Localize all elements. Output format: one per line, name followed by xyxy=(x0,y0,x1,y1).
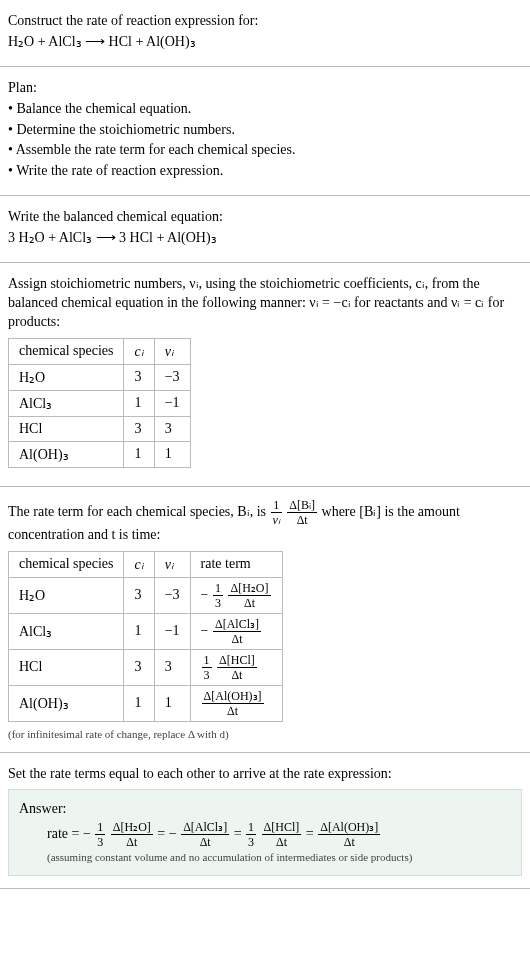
frac-num: Δ[H₂O] xyxy=(111,821,153,835)
equals-sign: = xyxy=(234,826,245,841)
delta-frac: Δ[Al(OH)₃]Δt xyxy=(318,821,380,848)
cell-nu: 1 xyxy=(154,441,190,467)
prompt-section: Construct the rate of reaction expressio… xyxy=(0,0,530,67)
frac-num: Δ[H₂O] xyxy=(228,582,270,596)
cell-c: 3 xyxy=(124,364,154,390)
cell-rate: − Δ[AlCl₃]Δt xyxy=(190,613,282,649)
frac-den: 3 xyxy=(246,835,256,848)
col-rate: rate term xyxy=(190,551,282,577)
table-row: H₂O 3 −3 − 13 Δ[H₂O]Δt xyxy=(9,577,283,613)
frac-num: Δ[Al(OH)₃] xyxy=(318,821,380,835)
minus-sign: − xyxy=(201,622,209,637)
frac-num: Δ[Al(OH)₃] xyxy=(202,690,264,704)
col-species: chemical species xyxy=(9,338,124,364)
frac-den: Δt xyxy=(202,704,264,717)
rate-expression: rate = − 13 Δ[H₂O]Δt = − Δ[AlCl₃]Δt = 13… xyxy=(47,821,511,848)
delta-frac: Δ[HCl]Δt xyxy=(217,654,257,681)
balanced-equation: 3 H₂O + AlCl₃ ⟶ 3 HCl + Al(OH)₃ xyxy=(8,229,522,248)
coeff-frac: 13 xyxy=(213,582,223,609)
cell-c: 1 xyxy=(124,613,154,649)
minus-sign: − xyxy=(169,826,177,841)
frac-den: Δt xyxy=(181,835,229,848)
answer-label: Answer: xyxy=(19,800,511,819)
cell-species: H₂O xyxy=(9,577,124,613)
minus-sign: − xyxy=(201,586,209,601)
rateterm-outer-frac: 1 νᵢ xyxy=(271,499,282,526)
frac-den: Δt xyxy=(213,632,261,645)
rateterm-note: (for infinitesimal rate of change, repla… xyxy=(8,728,522,740)
cell-nu: 3 xyxy=(154,649,190,685)
plan-bullet-2: • Determine the stoichiometric numbers. xyxy=(8,121,522,140)
frac-den: νᵢ xyxy=(271,513,282,526)
cell-rate: − 13 Δ[H₂O]Δt xyxy=(190,577,282,613)
plan-section: Plan: • Balance the chemical equation. •… xyxy=(0,67,530,196)
frac-den: Δt xyxy=(217,668,257,681)
cell-rate: Δ[Al(OH)₃]Δt xyxy=(190,685,282,721)
frac-num: Δ[AlCl₃] xyxy=(213,618,261,632)
answer-box: Answer: rate = − 13 Δ[H₂O]Δt = − Δ[AlCl₃… xyxy=(8,789,522,876)
frac-num: Δ[AlCl₃] xyxy=(181,821,229,835)
frac-den: Δt xyxy=(228,596,270,609)
cell-species: Al(OH)₃ xyxy=(9,685,124,721)
cell-species: HCl xyxy=(9,649,124,685)
col-species: chemical species xyxy=(9,551,124,577)
stoich-intro: Assign stoichiometric numbers, νᵢ, using… xyxy=(8,275,522,332)
frac-num: Δ[HCl] xyxy=(217,654,257,668)
coeff-frac: 13 xyxy=(95,821,105,848)
cell-c: 3 xyxy=(124,649,154,685)
frac-num: 1 xyxy=(95,821,105,835)
col-c: cᵢ xyxy=(124,551,154,577)
delta-frac: Δ[HCl]Δt xyxy=(262,821,302,848)
plan-bullet-3: • Assemble the rate term for each chemic… xyxy=(8,141,522,160)
cell-c: 3 xyxy=(124,416,154,441)
table-header-row: chemical species cᵢ νᵢ xyxy=(9,338,191,364)
stoich-table: chemical species cᵢ νᵢ H₂O 3 −3 AlCl₃ 1 … xyxy=(8,338,191,468)
final-intro: Set the rate terms equal to each other t… xyxy=(8,765,522,784)
table-header-row: chemical species cᵢ νᵢ rate term xyxy=(9,551,283,577)
coeff-frac: 13 xyxy=(246,821,256,848)
table-row: AlCl₃ 1 −1 − Δ[AlCl₃]Δt xyxy=(9,613,283,649)
coeff-frac: 13 xyxy=(202,654,212,681)
cell-nu: 3 xyxy=(154,416,190,441)
frac-num: 1 xyxy=(271,499,282,513)
table-row: Al(OH)₃ 1 1 xyxy=(9,441,191,467)
cell-nu: 1 xyxy=(154,685,190,721)
table-row: HCl 3 3 13 Δ[HCl]Δt xyxy=(9,649,283,685)
delta-frac: Δ[Al(OH)₃]Δt xyxy=(202,690,264,717)
table-row: AlCl₃ 1 −1 xyxy=(9,390,191,416)
balanced-title: Write the balanced chemical equation: xyxy=(8,208,522,227)
unbalanced-equation: H₂O + AlCl₃ ⟶ HCl + Al(OH)₃ xyxy=(8,33,522,52)
cell-nu: −3 xyxy=(154,364,190,390)
col-nu: νᵢ xyxy=(154,338,190,364)
rate-label: rate = xyxy=(47,826,83,841)
frac-den: 3 xyxy=(213,596,223,609)
plan-bullet-4: • Write the rate of reaction expression. xyxy=(8,162,522,181)
cell-species: AlCl₃ xyxy=(9,390,124,416)
table-row: HCl 3 3 xyxy=(9,416,191,441)
cell-species: H₂O xyxy=(9,364,124,390)
col-nu: νᵢ xyxy=(154,551,190,577)
rateterm-table: chemical species cᵢ νᵢ rate term H₂O 3 −… xyxy=(8,551,283,722)
delta-frac: Δ[AlCl₃]Δt xyxy=(213,618,261,645)
cell-c: 1 xyxy=(124,685,154,721)
frac-den: 3 xyxy=(95,835,105,848)
assumption-note: (assuming constant volume and no accumul… xyxy=(47,850,511,865)
cell-c: 3 xyxy=(124,577,154,613)
cell-species: HCl xyxy=(9,416,124,441)
cell-nu: −3 xyxy=(154,577,190,613)
rateterm-intro: The rate term for each chemical species,… xyxy=(8,499,522,545)
final-section: Set the rate terms equal to each other t… xyxy=(0,753,530,890)
prompt-text: Construct the rate of reaction expressio… xyxy=(8,12,522,31)
plan-bullet-1: • Balance the chemical equation. xyxy=(8,100,522,119)
table-row: H₂O 3 −3 xyxy=(9,364,191,390)
cell-nu: −1 xyxy=(154,390,190,416)
cell-species: Al(OH)₃ xyxy=(9,441,124,467)
cell-nu: −1 xyxy=(154,613,190,649)
delta-frac: Δ[AlCl₃]Δt xyxy=(181,821,229,848)
frac-num: Δ[Bᵢ] xyxy=(287,499,317,513)
frac-den: Δt xyxy=(318,835,380,848)
frac-num: 1 xyxy=(213,582,223,596)
rateterm-intro-prefix: The rate term for each chemical species,… xyxy=(8,503,270,518)
cell-species: AlCl₃ xyxy=(9,613,124,649)
cell-rate: 13 Δ[HCl]Δt xyxy=(190,649,282,685)
